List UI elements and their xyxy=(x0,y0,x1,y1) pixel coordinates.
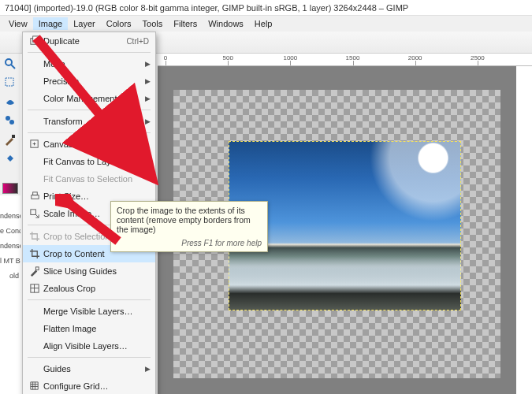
menu-item-canvas-size[interactable]: Canvas Size… xyxy=(23,136,155,153)
menu-item-configure-grid[interactable]: Configure Grid… xyxy=(23,377,155,394)
menu-item-label: Slice Using Guides xyxy=(42,266,149,276)
svg-point-3 xyxy=(6,116,10,121)
tooltip-text: Crop the image to the extents of its con… xyxy=(117,206,262,234)
menu-filters[interactable]: Filters xyxy=(168,17,203,30)
menu-item-label: Configure Grid… xyxy=(42,381,149,391)
font-list-item[interactable]: ndensed xyxy=(0,235,20,250)
grid-icon xyxy=(28,381,42,392)
font-list-item[interactable]: old xyxy=(0,265,20,280)
svg-rect-9 xyxy=(32,195,39,199)
ruler-tick: 2000 xyxy=(408,54,422,61)
menu-layer[interactable]: Layer xyxy=(68,17,101,30)
gradient-swatch[interactable] xyxy=(2,181,18,195)
menu-item-transform[interactable]: Transform▶ xyxy=(23,113,155,130)
ruler-horizontal: 050010001500200025003000 xyxy=(158,54,532,66)
clone-tool-icon[interactable] xyxy=(2,113,18,128)
menu-item-guides[interactable]: Guides▶ xyxy=(23,360,155,377)
menu-item-duplicate[interactable]: DuplicateCtrl+D xyxy=(23,32,155,50)
menu-item-label: Flatten Image xyxy=(42,324,149,333)
print-icon xyxy=(28,191,42,202)
submenu-arrow-icon: ▶ xyxy=(145,77,151,85)
menu-separator xyxy=(28,132,151,133)
menu-item-fit-canvas-to-selection: Fit Canvas to Selection xyxy=(23,170,155,188)
svg-point-4 xyxy=(9,120,14,125)
menu-separator xyxy=(28,110,151,110)
svg-line-1 xyxy=(11,65,15,69)
tooltip-help-hint: Press F1 for more help xyxy=(117,239,262,247)
menu-help[interactable]: Help xyxy=(249,17,278,30)
menu-item-accel: Ctrl+D xyxy=(126,37,149,46)
select-tool-icon[interactable] xyxy=(2,76,18,90)
menu-windows[interactable]: Windows xyxy=(203,17,249,30)
menu-item-label: Print Size… xyxy=(42,191,149,201)
menu-item-precision[interactable]: Precision▶ xyxy=(23,72,155,90)
menu-view[interactable]: View xyxy=(3,17,33,30)
ruler-tick: 0 xyxy=(164,54,167,61)
menu-separator xyxy=(28,299,151,300)
paint-tool-icon[interactable] xyxy=(2,132,18,147)
menu-image[interactable]: Image xyxy=(33,17,69,30)
menu-item-flatten-image[interactable]: Flatten Image xyxy=(23,320,155,337)
menu-item-label: Align Visible Layers… xyxy=(42,341,149,351)
menu-item-align-visible-layers[interactable]: Align Visible Layers… xyxy=(23,337,155,355)
svg-rect-5 xyxy=(12,135,15,138)
crop-icon xyxy=(28,231,42,242)
menu-separator xyxy=(28,52,151,53)
svg-rect-11 xyxy=(31,210,36,215)
submenu-arrow-icon: ▶ xyxy=(145,95,151,102)
svg-rect-10 xyxy=(33,192,38,195)
menu-item-label: Canvas Size… xyxy=(42,139,149,149)
menu-item-merge-visible-layers[interactable]: Merge Visible Layers… xyxy=(23,303,155,320)
menu-item-label: Precision xyxy=(42,76,149,86)
menu-item-label: Zealous Crop xyxy=(42,284,149,293)
menu-item-color-management[interactable]: Color Management▶ xyxy=(23,90,155,107)
menubar: ViewImageLayerColorsToolsFiltersWindowsH… xyxy=(0,16,532,32)
menu-item-label: Mode xyxy=(42,59,149,69)
ruler-tick: 500 xyxy=(222,54,233,61)
menu-item-label: Transform xyxy=(42,117,149,126)
duplicate-icon xyxy=(28,35,42,46)
magnify-tool-icon[interactable] xyxy=(2,57,18,71)
smudge-tool-icon[interactable] xyxy=(2,95,18,109)
menu-item-label: Duplicate xyxy=(42,36,126,46)
ruler-tick: 1000 xyxy=(283,54,297,61)
canvas-icon xyxy=(28,139,42,150)
font-list-clip: ndensede Condndensedl MT Bold,old xyxy=(0,205,20,280)
submenu-arrow-icon: ▶ xyxy=(145,117,151,125)
toolbox xyxy=(0,54,20,195)
menu-colors[interactable]: Colors xyxy=(101,17,137,30)
submenu-arrow-icon: ▶ xyxy=(145,60,151,68)
menu-item-mode[interactable]: Mode▶ xyxy=(23,55,155,72)
menu-item-label: Fit Canvas to Selection xyxy=(42,174,149,184)
menu-item-zealous-crop[interactable]: Zealous Crop xyxy=(23,280,155,297)
title-text: 71040] (imported)-19.0 (RGB color 8-bit … xyxy=(5,3,408,13)
ruler-tick: 1500 xyxy=(346,54,360,61)
ruler-tick: 2500 xyxy=(471,54,485,61)
tooltip: Crop the image to the extents of its con… xyxy=(110,201,268,252)
menu-item-label: Fit Canvas to Layers xyxy=(42,157,149,166)
menu-item-label: Guides xyxy=(42,364,149,374)
submenu-arrow-icon: ▶ xyxy=(145,365,151,373)
svg-rect-2 xyxy=(6,78,13,86)
font-list-item[interactable]: ndensed xyxy=(0,205,20,220)
bucket-tool-icon[interactable] xyxy=(2,151,18,165)
menu-item-label: Color Management xyxy=(42,94,149,103)
menu-item-fit-canvas-to-layers[interactable]: Fit Canvas to Layers xyxy=(23,153,155,170)
svg-rect-12 xyxy=(35,267,39,270)
scale-icon xyxy=(28,208,42,219)
menu-item-slice-using-guides[interactable]: Slice Using Guides xyxy=(23,262,155,280)
menu-tools[interactable]: Tools xyxy=(137,17,169,30)
window-titlebar: 71040] (imported)-19.0 (RGB color 8-bit … xyxy=(0,0,532,16)
font-list-item[interactable]: l MT Bold, xyxy=(0,250,20,265)
slice-icon xyxy=(28,266,42,277)
zealous-icon xyxy=(28,283,42,294)
crop-icon xyxy=(28,248,42,259)
svg-point-0 xyxy=(6,59,12,65)
svg-rect-7 xyxy=(33,36,39,42)
font-list-item[interactable]: e Cond xyxy=(0,220,20,235)
menu-item-label: Merge Visible Layers… xyxy=(42,307,149,316)
menu-separator xyxy=(28,357,151,358)
